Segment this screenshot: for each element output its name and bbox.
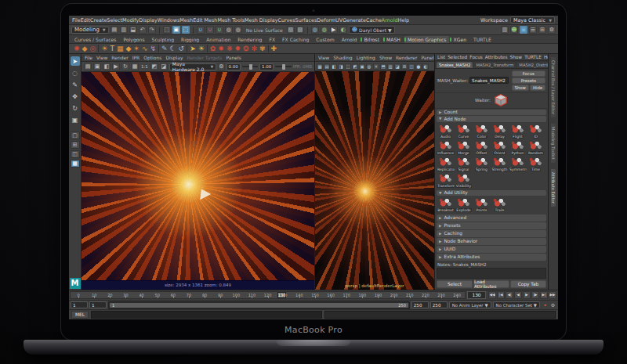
shelf-tool-icon[interactable]: ↯: [150, 45, 156, 52]
user-account-chip[interactable]: ☻ Daryl Obert ▼: [349, 26, 395, 34]
mash-node-button[interactable]: Curve: [455, 124, 473, 139]
menu-item[interactable]: Select: [107, 17, 122, 23]
command-input[interactable]: [91, 311, 322, 319]
menu-item[interactable]: Create: [90, 17, 107, 23]
layout-button[interactable]: ▢: [71, 132, 80, 139]
viewport-3d-view[interactable]: persp | defaultRenderLayer: [315, 71, 434, 290]
gamma-slider[interactable]: [275, 66, 292, 67]
mash-utility-button[interactable]: Breakout: [437, 197, 455, 212]
mash-utility-button[interactable]: Explode: [455, 197, 473, 212]
mash-node-button[interactable]: Delay: [491, 124, 509, 139]
toolbar-icon[interactable]: ▣: [172, 26, 180, 34]
renderer-dropdown[interactable]: Maya Hardware 2.0▼: [169, 63, 216, 70]
node-tab[interactable]: MASH2_Transform: [473, 62, 516, 68]
sidebar-toggle-icon[interactable]: ⚙: [548, 26, 556, 34]
shelf-tool-icon[interactable]: [98, 45, 99, 52]
render-toolbar-icon[interactable]: ▣: [93, 63, 101, 70]
shelf-tool-icon[interactable]: ❂: [243, 45, 249, 52]
toolbar-icon[interactable]: ⬚: [163, 26, 171, 34]
menu-item[interactable]: Surfaces: [295, 17, 317, 23]
mash-node-button[interactable]: Influence: [437, 140, 455, 155]
show-button[interactable]: Show: [512, 85, 529, 91]
toolbar-icon[interactable]: ▧: [287, 26, 295, 34]
shelf-tab[interactable]: Bifrost: [361, 36, 382, 43]
viewport-icon[interactable]: ▥: [387, 63, 393, 70]
shelf-tab[interactable]: Curves / Surfaces: [71, 36, 119, 43]
viewport-icon[interactable]: ●: [415, 63, 422, 70]
render-toolbar-icon[interactable]: ◧: [103, 63, 111, 70]
range-slider-handle[interactable]: 1 250: [110, 303, 408, 308]
panel-menu-item[interactable]: Renderer: [396, 55, 417, 60]
mash-node-button[interactable]: Python: [509, 140, 527, 155]
anim-layer-dropdown[interactable]: No Anim Layer▼: [449, 301, 491, 308]
toolbar-icon[interactable]: ◍: [234, 26, 242, 34]
playback-button[interactable]: ◀◀: [488, 291, 496, 299]
viewport-icon[interactable]: ◨: [338, 63, 344, 70]
panel-menu-item[interactable]: File: [85, 55, 92, 60]
viewport-icon[interactable]: ◫: [408, 63, 415, 70]
collapsed-section-header[interactable]: ▶ Caching: [437, 230, 546, 237]
sidebar-toggle-icon[interactable]: ☰: [529, 26, 537, 34]
shelf-tab[interactable]: Animation: [203, 36, 234, 43]
shelf-tool-icon[interactable]: ✺: [74, 45, 80, 52]
toolbar-icon[interactable]: ⬚: [182, 26, 190, 34]
shelf-tool-icon[interactable]: ☀: [101, 45, 107, 52]
render-toolbar-icon[interactable]: ▤: [84, 63, 92, 70]
panel-menu-item[interactable]: Selected: [448, 55, 467, 59]
footer-button[interactable]: Load Attributes: [473, 280, 509, 288]
mash-node-button[interactable]: Spring: [473, 157, 491, 171]
shelf-tool-icon[interactable]: ☀: [198, 45, 205, 52]
viewport-icon[interactable]: ▦: [317, 63, 323, 70]
shelf-tool-icon[interactable]: [158, 45, 159, 52]
node-tab[interactable]: Snakes_MASH2: [437, 62, 473, 68]
playback-button[interactable]: |◀: [497, 291, 505, 299]
anim-end-field[interactable]: 250: [430, 301, 448, 308]
side-panel-tab[interactable]: Channel Box / Layer Editor: [551, 57, 556, 117]
menu-item[interactable]: Arnold: [382, 17, 398, 23]
shelf-tab[interactable]: Motion Graphics: [404, 36, 450, 43]
menu-item[interactable]: Mesh: [179, 17, 193, 23]
hide-button[interactable]: Hide: [530, 85, 545, 91]
gamma-field[interactable]: 1.00: [259, 63, 274, 70]
shelf-tab[interactable]: TURTLE: [470, 36, 495, 43]
panel-menu-item[interactable]: Panels: [421, 55, 434, 60]
current-frame-field[interactable]: 130: [467, 291, 486, 299]
mash-node-button[interactable]: Symmetry: [509, 157, 527, 171]
panel-menu-item[interactable]: List: [437, 55, 445, 59]
mash-utility-button[interactable]: Trails: [491, 197, 509, 212]
playback-button[interactable]: |▶: [531, 291, 539, 299]
menu-set-dropdown[interactable]: Modeling▼: [71, 27, 109, 34]
toolbar-icon[interactable]: ∪: [197, 26, 205, 34]
exposure-field[interactable]: 0.00: [227, 63, 241, 70]
autokey-icon[interactable]: ⚙: [549, 301, 556, 308]
panel-menu-item[interactable]: TURTLE: [524, 55, 542, 59]
layout-button[interactable]: ◫: [71, 150, 80, 158]
panel-menu-item[interactable]: Panels: [226, 55, 241, 60]
panel-menu-item[interactable]: Lighting: [357, 55, 375, 60]
menu-item[interactable]: File: [72, 17, 81, 23]
shelf-tool-icon[interactable]: ✸: [218, 45, 224, 52]
paint-select-tool[interactable]: ✎: [71, 80, 80, 89]
mash-node-button[interactable]: Time: [527, 157, 545, 171]
toolbar-icon[interactable]: ∪: [216, 26, 223, 34]
mash-node-button[interactable]: ID: [527, 124, 545, 139]
shelf-tool-icon[interactable]: ▦: [117, 45, 124, 52]
menu-item[interactable]: Mesh Tools: [217, 17, 245, 23]
timeline-playhead[interactable]: 130: [277, 292, 286, 298]
shelf-tool-icon[interactable]: ∿: [142, 45, 148, 52]
shelf-tool-icon[interactable]: ✹: [234, 45, 241, 52]
shelf-tab[interactable]: MASH: [383, 36, 404, 43]
rotate-tool[interactable]: ↻: [71, 103, 80, 113]
menu-item[interactable]: UV: [335, 17, 342, 23]
playback-button[interactable]: ▶: [523, 291, 531, 299]
viewport-icon[interactable]: ⬒: [380, 63, 386, 70]
mash-node-button[interactable]: Offset: [473, 140, 491, 155]
shelf-tool-icon[interactable]: ✚: [271, 45, 277, 52]
toolbar-icon[interactable]: ▶: [330, 26, 338, 34]
scale-tool[interactable]: ▣: [71, 115, 80, 124]
toolbar-icon[interactable]: ▥: [120, 26, 128, 34]
shelf-tab[interactable]: FX Caching: [279, 36, 312, 43]
shelf-tool-icon[interactable]: ✿: [210, 45, 216, 52]
playback-button[interactable]: ▶|: [540, 291, 548, 299]
playback-button[interactable]: ◀|: [506, 291, 513, 299]
